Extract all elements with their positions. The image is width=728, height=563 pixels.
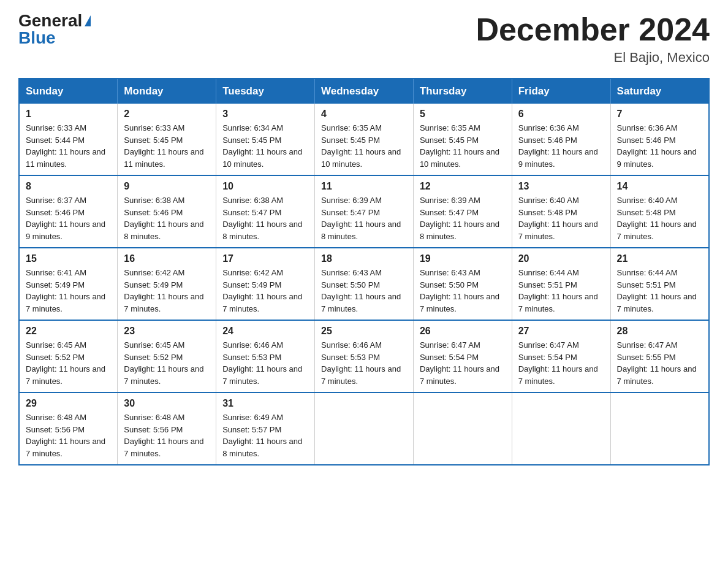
calendar-cell: 27Sunrise: 6:47 AMSunset: 5:54 PMDayligh… bbox=[512, 320, 610, 393]
day-number: 13 bbox=[518, 181, 604, 192]
calendar-cell bbox=[315, 393, 414, 465]
day-info: Sunrise: 6:48 AMSunset: 5:56 PMDaylight:… bbox=[26, 413, 105, 458]
calendar-cell: 6Sunrise: 6:36 AMSunset: 5:46 PMDaylight… bbox=[512, 104, 610, 175]
day-number: 6 bbox=[518, 109, 604, 120]
weekday-header-monday: Monday bbox=[118, 79, 216, 104]
calendar-cell: 11Sunrise: 6:39 AMSunset: 5:47 PMDayligh… bbox=[315, 175, 414, 248]
calendar-cell: 20Sunrise: 6:44 AMSunset: 5:51 PMDayligh… bbox=[512, 248, 610, 320]
day-number: 10 bbox=[222, 181, 308, 192]
day-number: 27 bbox=[518, 326, 604, 337]
day-info: Sunrise: 6:39 AMSunset: 5:47 PMDaylight:… bbox=[321, 196, 401, 241]
calendar-cell: 8Sunrise: 6:37 AMSunset: 5:46 PMDaylight… bbox=[19, 175, 118, 248]
day-info: Sunrise: 6:38 AMSunset: 5:46 PMDaylight:… bbox=[124, 196, 203, 241]
day-info: Sunrise: 6:45 AMSunset: 5:52 PMDaylight:… bbox=[26, 340, 105, 386]
calendar-cell: 13Sunrise: 6:40 AMSunset: 5:48 PMDayligh… bbox=[512, 175, 610, 248]
calendar-table: SundayMondayTuesdayWednesdayThursdayFrid… bbox=[18, 78, 710, 465]
day-info: Sunrise: 6:35 AMSunset: 5:45 PMDaylight:… bbox=[420, 123, 499, 169]
calendar-week-row: 15Sunrise: 6:41 AMSunset: 5:49 PMDayligh… bbox=[19, 248, 709, 320]
calendar-cell: 16Sunrise: 6:42 AMSunset: 5:49 PMDayligh… bbox=[118, 248, 216, 320]
day-info: Sunrise: 6:45 AMSunset: 5:52 PMDaylight:… bbox=[124, 340, 203, 386]
day-number: 9 bbox=[124, 181, 210, 192]
weekday-header-thursday: Thursday bbox=[413, 79, 512, 104]
logo-triangle-icon bbox=[85, 15, 91, 26]
day-info: Sunrise: 6:33 AMSunset: 5:45 PMDaylight:… bbox=[124, 123, 203, 169]
day-number: 29 bbox=[26, 398, 111, 409]
day-number: 8 bbox=[26, 181, 111, 192]
calendar-week-row: 1Sunrise: 6:33 AMSunset: 5:44 PMDaylight… bbox=[19, 104, 709, 175]
calendar-cell: 10Sunrise: 6:38 AMSunset: 5:47 PMDayligh… bbox=[216, 175, 315, 248]
day-info: Sunrise: 6:42 AMSunset: 5:49 PMDaylight:… bbox=[222, 268, 302, 313]
day-number: 15 bbox=[26, 253, 111, 264]
day-number: 22 bbox=[26, 326, 111, 337]
day-info: Sunrise: 6:43 AMSunset: 5:50 PMDaylight:… bbox=[420, 268, 499, 313]
calendar-cell: 3Sunrise: 6:34 AMSunset: 5:45 PMDaylight… bbox=[216, 104, 315, 175]
day-info: Sunrise: 6:42 AMSunset: 5:49 PMDaylight:… bbox=[124, 268, 203, 313]
day-number: 17 bbox=[222, 253, 308, 264]
logo: General Blue bbox=[18, 12, 91, 47]
day-info: Sunrise: 6:38 AMSunset: 5:47 PMDaylight:… bbox=[222, 196, 302, 241]
calendar-cell bbox=[413, 393, 512, 465]
day-info: Sunrise: 6:47 AMSunset: 5:54 PMDaylight:… bbox=[420, 340, 499, 386]
calendar-cell: 15Sunrise: 6:41 AMSunset: 5:49 PMDayligh… bbox=[19, 248, 118, 320]
calendar-week-row: 22Sunrise: 6:45 AMSunset: 5:52 PMDayligh… bbox=[19, 320, 709, 393]
day-number: 16 bbox=[124, 253, 210, 264]
day-number: 28 bbox=[617, 326, 702, 337]
day-info: Sunrise: 6:33 AMSunset: 5:44 PMDaylight:… bbox=[26, 123, 105, 169]
day-info: Sunrise: 6:41 AMSunset: 5:49 PMDaylight:… bbox=[26, 268, 105, 313]
calendar-cell: 17Sunrise: 6:42 AMSunset: 5:49 PMDayligh… bbox=[216, 248, 315, 320]
calendar-cell: 18Sunrise: 6:43 AMSunset: 5:50 PMDayligh… bbox=[315, 248, 414, 320]
calendar-cell: 12Sunrise: 6:39 AMSunset: 5:47 PMDayligh… bbox=[413, 175, 512, 248]
calendar-cell: 19Sunrise: 6:43 AMSunset: 5:50 PMDayligh… bbox=[413, 248, 512, 320]
calendar-cell bbox=[610, 393, 709, 465]
calendar-cell: 23Sunrise: 6:45 AMSunset: 5:52 PMDayligh… bbox=[118, 320, 216, 393]
calendar-cell: 4Sunrise: 6:35 AMSunset: 5:45 PMDaylight… bbox=[315, 104, 414, 175]
day-number: 18 bbox=[321, 253, 407, 264]
day-number: 2 bbox=[124, 109, 210, 120]
day-number: 4 bbox=[321, 109, 407, 120]
day-number: 26 bbox=[420, 326, 506, 337]
day-number: 7 bbox=[617, 109, 702, 120]
day-number: 19 bbox=[420, 253, 506, 264]
day-info: Sunrise: 6:44 AMSunset: 5:51 PMDaylight:… bbox=[617, 268, 697, 313]
calendar-cell: 21Sunrise: 6:44 AMSunset: 5:51 PMDayligh… bbox=[610, 248, 709, 320]
calendar-week-row: 8Sunrise: 6:37 AMSunset: 5:46 PMDaylight… bbox=[19, 175, 709, 248]
logo-general-text: General bbox=[18, 12, 82, 29]
calendar-cell: 1Sunrise: 6:33 AMSunset: 5:44 PMDaylight… bbox=[19, 104, 118, 175]
calendar-cell: 9Sunrise: 6:38 AMSunset: 5:46 PMDaylight… bbox=[118, 175, 216, 248]
day-info: Sunrise: 6:47 AMSunset: 5:54 PMDaylight:… bbox=[518, 340, 598, 386]
calendar-cell: 22Sunrise: 6:45 AMSunset: 5:52 PMDayligh… bbox=[19, 320, 118, 393]
calendar-week-row: 29Sunrise: 6:48 AMSunset: 5:56 PMDayligh… bbox=[19, 393, 709, 465]
day-info: Sunrise: 6:46 AMSunset: 5:53 PMDaylight:… bbox=[321, 340, 401, 386]
calendar-cell bbox=[512, 393, 610, 465]
day-number: 30 bbox=[124, 398, 210, 409]
calendar-cell: 29Sunrise: 6:48 AMSunset: 5:56 PMDayligh… bbox=[19, 393, 118, 465]
day-number: 5 bbox=[420, 109, 506, 120]
weekday-header-tuesday: Tuesday bbox=[216, 79, 315, 104]
title-area: December 2024 El Bajio, Mexico bbox=[476, 12, 710, 66]
day-number: 3 bbox=[222, 109, 308, 120]
day-number: 24 bbox=[222, 326, 308, 337]
day-info: Sunrise: 6:49 AMSunset: 5:57 PMDaylight:… bbox=[222, 413, 302, 458]
day-info: Sunrise: 6:48 AMSunset: 5:56 PMDaylight:… bbox=[124, 413, 203, 458]
calendar-cell: 14Sunrise: 6:40 AMSunset: 5:48 PMDayligh… bbox=[610, 175, 709, 248]
day-number: 12 bbox=[420, 181, 506, 192]
weekday-header-row: SundayMondayTuesdayWednesdayThursdayFrid… bbox=[19, 79, 709, 104]
day-info: Sunrise: 6:36 AMSunset: 5:46 PMDaylight:… bbox=[518, 123, 598, 169]
day-number: 21 bbox=[617, 253, 702, 264]
calendar-cell: 24Sunrise: 6:46 AMSunset: 5:53 PMDayligh… bbox=[216, 320, 315, 393]
header: General Blue December 2024 El Bajio, Mex… bbox=[18, 12, 710, 66]
day-number: 1 bbox=[26, 109, 111, 120]
day-info: Sunrise: 6:34 AMSunset: 5:45 PMDaylight:… bbox=[222, 123, 302, 169]
weekday-header-saturday: Saturday bbox=[610, 79, 709, 104]
calendar-cell: 7Sunrise: 6:36 AMSunset: 5:46 PMDaylight… bbox=[610, 104, 709, 175]
logo-blue-text: Blue bbox=[18, 28, 56, 47]
day-info: Sunrise: 6:43 AMSunset: 5:50 PMDaylight:… bbox=[321, 268, 401, 313]
calendar-cell: 2Sunrise: 6:33 AMSunset: 5:45 PMDaylight… bbox=[118, 104, 216, 175]
day-number: 25 bbox=[321, 326, 407, 337]
day-info: Sunrise: 6:46 AMSunset: 5:53 PMDaylight:… bbox=[222, 340, 302, 386]
calendar-cell: 31Sunrise: 6:49 AMSunset: 5:57 PMDayligh… bbox=[216, 393, 315, 465]
day-info: Sunrise: 6:40 AMSunset: 5:48 PMDaylight:… bbox=[518, 196, 598, 241]
calendar-cell: 26Sunrise: 6:47 AMSunset: 5:54 PMDayligh… bbox=[413, 320, 512, 393]
calendar-cell: 28Sunrise: 6:47 AMSunset: 5:55 PMDayligh… bbox=[610, 320, 709, 393]
calendar-cell: 30Sunrise: 6:48 AMSunset: 5:56 PMDayligh… bbox=[118, 393, 216, 465]
